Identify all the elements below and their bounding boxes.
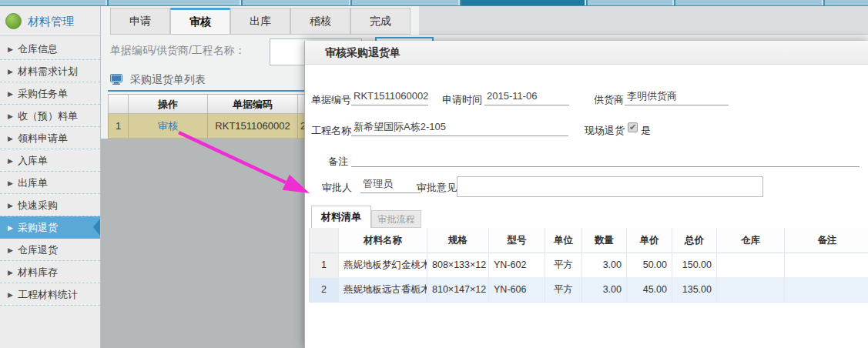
onsite-yes-label: 是 — [641, 124, 651, 138]
dialog-title: 审核采购退货单 — [325, 41, 400, 65]
module-title: 材料管理 — [28, 6, 74, 36]
top-strip-segment[interactable] — [243, 0, 350, 5]
app-window: 材料管理 ▶仓库信息 ▶材料需求计划 ▶采购任务单 ▶收（预）料单 ▶领料申请单… — [0, 0, 868, 348]
list-table-header: 操作 单据编码 — [108, 94, 306, 114]
triangle-bullet-icon: ▶ — [8, 202, 13, 209]
material-row[interactable]: 2 燕妮地板远古香栀木 810×147×12 YN-606 平方 3.00 45… — [310, 278, 868, 303]
remark-value[interactable] — [351, 150, 860, 167]
tab-outbound[interactable]: 出库 — [230, 8, 290, 35]
approver-value: 管理员 — [360, 176, 421, 193]
return-order-list-table: 操作 单据编码 1 审核 RKT1511060002 2 — [108, 94, 306, 139]
supplier-value: 李明供货商 — [625, 89, 729, 105]
triangle-bullet-icon: ▶ — [8, 135, 13, 142]
panel-title-rule — [108, 90, 308, 92]
tab-material-list[interactable]: 材料清单 — [311, 206, 371, 228]
approver-label: 审批人 — [322, 181, 352, 195]
project-label: 工程名称 — [311, 124, 351, 138]
list-panel-title: 采购退货单列表 — [110, 73, 206, 89]
tab-check[interactable]: 稽核 — [290, 8, 350, 35]
opinion-input[interactable] — [457, 176, 763, 197]
audit-action-link[interactable]: 审核 — [158, 120, 178, 132]
module-logo-icon — [5, 13, 22, 29]
doc-no-label: 单据编号 — [311, 93, 351, 107]
sidebar-item-quick-purchase[interactable]: ▶快速采购 — [0, 194, 100, 216]
sidebar-menu: ▶仓库信息 ▶材料需求计划 ▶采购任务单 ▶收（预）料单 ▶领料申请单 ▶入库单… — [0, 38, 100, 306]
top-strip-segment[interactable] — [675, 0, 823, 5]
sidebar-item-purchase-task[interactable]: ▶采购任务单 — [0, 82, 100, 105]
top-strip-segment[interactable] — [588, 0, 674, 5]
project-value: 新希望国际A栋2-105 — [351, 119, 568, 136]
triangle-bullet-icon: ▶ — [8, 157, 13, 165]
apply-time-label: 申请时间 — [442, 93, 482, 107]
active-item-notch — [93, 219, 100, 236]
sidebar: 材料管理 ▶仓库信息 ▶材料需求计划 ▶采购任务单 ▶收（预）料单 ▶领料申请单… — [0, 6, 101, 348]
triangle-bullet-icon: ▶ — [8, 112, 13, 120]
triangle-bullet-icon: ▶ — [8, 179, 13, 187]
monitor-icon — [110, 74, 122, 87]
top-tab-strip — [0, 0, 868, 6]
top-strip-segment-active[interactable] — [461, 0, 586, 5]
tab-audit[interactable]: 审核 — [170, 8, 230, 35]
sidebar-header: 材料管理 — [0, 6, 100, 36]
tab-complete[interactable]: 完成 — [350, 8, 411, 35]
top-strip-segment[interactable] — [352, 0, 460, 5]
materials-table: 材料名称 规格 型号 单位 数量 单价 总价 仓库 备注 1 燕妮地板梦幻金桃木… — [309, 228, 868, 303]
materials-table-header: 材料名称 规格 型号 单位 数量 单价 总价 仓库 备注 — [310, 228, 868, 253]
opinion-label: 审批意见 — [417, 181, 457, 195]
sidebar-item-material-demand-plan[interactable]: ▶材料需求计划 — [0, 60, 100, 82]
sidebar-item-project-material-stats[interactable]: ▶工程材料统计 — [0, 283, 100, 306]
top-strip-segment[interactable] — [109, 0, 241, 5]
sidebar-item-material-request[interactable]: ▶领料申请单 — [0, 127, 100, 149]
material-row[interactable]: 1 燕妮地板梦幻金桃木 808×133×12 YN-602 平方 3.00 50… — [310, 253, 868, 278]
triangle-bullet-icon: ▶ — [8, 291, 13, 299]
triangle-bullet-icon: ▶ — [8, 68, 13, 75]
sidebar-item-inbound[interactable]: ▶入库单 — [0, 149, 100, 172]
triangle-bullet-icon: ▶ — [8, 269, 13, 276]
doc-no-value: RKT1511060002 — [351, 89, 428, 105]
onsite-return-label: 现场退货 — [585, 124, 625, 138]
search-label: 单据编码/供货商/工程名称： — [110, 44, 246, 58]
table-row-selected[interactable]: 1 审核 RKT1511060002 2 — [108, 114, 306, 139]
tab-approval-flow[interactable]: 审批流程 — [371, 210, 421, 228]
top-strip-segment[interactable] — [825, 0, 868, 5]
order-code: RKT1511060002 — [208, 114, 298, 139]
tab-apply[interactable]: 申请 — [110, 8, 170, 35]
header-band — [419, 6, 868, 35]
list-empty-area — [101, 139, 304, 348]
triangle-bullet-icon: ▶ — [8, 224, 13, 232]
supplier-label: 供货商 — [594, 93, 624, 107]
sidebar-item-warehouse-info[interactable]: ▶仓库信息 — [0, 38, 100, 60]
triangle-bullet-icon: ▶ — [8, 246, 13, 254]
apply-time-value: 2015-11-06 — [484, 89, 569, 105]
triangle-bullet-icon: ▶ — [8, 45, 13, 53]
sidebar-item-outbound[interactable]: ▶出库单 — [0, 172, 100, 194]
onsite-checkbox[interactable]: ✔ — [628, 122, 638, 132]
dialog-header: 审核采购退货单 — [305, 41, 868, 65]
triangle-bullet-icon: ▶ — [8, 90, 13, 98]
audit-dialog: 审核采购退货单 单据编号 RKT1511060002 申请时间 2015-11-… — [304, 41, 868, 348]
sidebar-item-receive-material[interactable]: ▶收（预）料单 — [0, 105, 100, 127]
sidebar-item-warehouse-return[interactable]: ▶仓库退货 — [0, 239, 100, 261]
top-strip-segment[interactable] — [0, 0, 107, 5]
sidebar-item-purchase-return[interactable]: ▶采购退货 — [0, 216, 100, 239]
remark-label: 备注 — [328, 155, 348, 169]
sidebar-item-material-stock[interactable]: ▶材料库存 — [0, 261, 100, 283]
